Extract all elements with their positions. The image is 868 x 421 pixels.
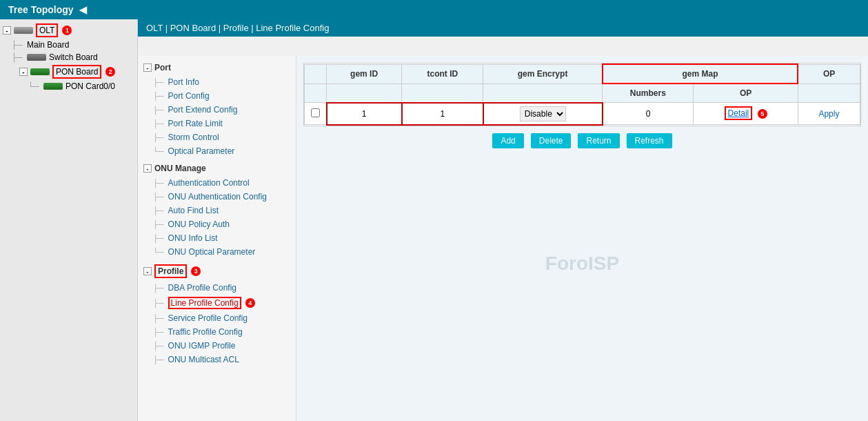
op-right-header [798, 84, 860, 103]
sidebar-item-pon-card[interactable]: └─ PON Card0/0 [0, 80, 137, 92]
apply-link[interactable]: Apply [818, 109, 839, 119]
menu-item-port-config[interactable]: ├─ Port Config [138, 89, 296, 103]
onu-multicast-label: ONU Multicast ACL [168, 355, 239, 364]
refresh-button[interactable]: Refresh [627, 133, 672, 148]
menu-item-optical-param[interactable]: └─ Optical Parameter [138, 144, 296, 158]
menu-section-onu-manage: - ONU Manage [138, 161, 296, 176]
detail-cell: Detail 5 [694, 103, 798, 125]
menu-item-traffic-profile[interactable]: ├─ Traffic Profile Config [138, 325, 296, 339]
switch-icon [27, 54, 46, 61]
profile-section-label: Profile [154, 264, 187, 278]
sidebar-item-switch-board[interactable]: ├─ Switch Board [0, 51, 137, 63]
switch-board-label: Switch Board [49, 52, 98, 62]
tcont-sub [402, 84, 483, 103]
port-extend-label: Port Extend Config [168, 105, 238, 115]
menu-item-auto-find[interactable]: ├─ Auto Find List [138, 204, 296, 217]
numbers-cell: 0 [603, 103, 694, 125]
tcont-id-cell: 1 [402, 103, 483, 125]
menu-item-port-extend-config[interactable]: ├─ Port Extend Config [138, 103, 296, 117]
onu-info-list-label: ONU Info List [168, 233, 218, 243]
port-section-label: Port [154, 63, 171, 72]
gem-table: gem ID tcont ID gem Encrypt gem Map OP [304, 63, 860, 126]
menu-item-storm-control[interactable]: ├─ Storm Control [138, 130, 296, 144]
collapse-olt[interactable]: - [3, 26, 11, 35]
add-button[interactable]: Add [492, 133, 523, 148]
port-rate-label: Port Rate Limit [168, 119, 223, 128]
gem-encrypt-header: gem Encrypt [483, 64, 603, 84]
optical-param-label: Optical Parameter [168, 146, 235, 156]
detail-badge: 5 [758, 109, 767, 119]
gem-id-sub [327, 84, 402, 103]
row-checkbox-cell [305, 103, 327, 125]
menu-item-line-profile[interactable]: ├─ Line Profile Config 4 [138, 295, 296, 311]
line-profile-label: Line Profile Config [168, 297, 241, 309]
auth-control-label: Authentication Control [168, 178, 250, 188]
delete-button[interactable]: Delete [531, 133, 572, 148]
menu-item-onu-auth-config[interactable]: ├─ ONU Authentication Config [138, 190, 296, 204]
op-main-header: OP [798, 64, 860, 84]
menu-item-onu-optical-param[interactable]: └─ ONU Optical Parameter [138, 245, 296, 259]
app-title: Tree Topology [8, 4, 74, 15]
menu-item-auth-control[interactable]: ├─ Authentication Control [138, 176, 296, 190]
main-board-label: Main Board [27, 40, 69, 50]
sidebar-item-olt[interactable]: - OLT 1 [0, 22, 137, 39]
action-buttons: Add Delete Return Refresh [303, 126, 861, 155]
menu-item-dba-profile[interactable]: ├─ DBA Profile Config [138, 281, 296, 295]
menu-item-onu-info-list[interactable]: ├─ ONU Info List [138, 231, 296, 245]
op-sub-header: OP [694, 84, 798, 103]
menu-item-service-profile[interactable]: ├─ Service Profile Config [138, 311, 296, 325]
gem-id-header: gem ID [327, 64, 402, 84]
encrypt-cell: Disable Enable [483, 103, 603, 125]
menu-section-port: - Port [138, 60, 296, 75]
gem-map-header: gem Map [603, 64, 798, 84]
menu-item-onu-multicast[interactable]: ├─ ONU Multicast ACL [138, 353, 296, 366]
card-icon [43, 83, 63, 90]
collapse-onu-manage[interactable]: - [143, 164, 152, 173]
olt-icon [14, 27, 33, 34]
row-checkbox[interactable] [311, 108, 320, 117]
olt-badge: 1 [62, 26, 72, 35]
line-profile-badge: 4 [245, 298, 255, 308]
port-info-label: Port Info [168, 77, 199, 87]
collapse-profile[interactable]: - [143, 267, 152, 275]
onu-policy-auth-label: ONU Policy Auth [168, 219, 230, 229]
checkbox-subheader [305, 84, 327, 103]
sidebar-item-main-board[interactable]: ├─ Main Board [0, 39, 137, 51]
pon-card-label: PON Card0/0 [65, 81, 115, 91]
pon-board-label: PON Board [52, 65, 101, 79]
menu-item-port-rate-limit[interactable]: ├─ Port Rate Limit [138, 117, 296, 130]
pon-badge: 2 [105, 67, 115, 77]
detail-link[interactable]: Detail [725, 106, 753, 120]
checkbox-header [305, 64, 327, 84]
encrypt-select[interactable]: Disable Enable [520, 106, 566, 121]
onu-igmp-label: ONU IGMP Profile [168, 341, 236, 351]
collapse-pon[interactable]: - [19, 68, 28, 76]
menu-item-onu-policy-auth[interactable]: ├─ ONU Policy Auth [138, 217, 296, 231]
breadcrumb: OLT | PON Board | Profile | Line Profile… [138, 19, 868, 37]
apply-cell: Apply [798, 103, 860, 125]
collapse-port[interactable]: - [143, 63, 152, 72]
storm-control-label: Storm Control [168, 133, 219, 142]
encrypt-sub [483, 84, 603, 103]
connector: ├─ [11, 40, 23, 50]
port-config-label: Port Config [168, 91, 210, 101]
tcont-id-header: tcont ID [402, 64, 483, 84]
collapse-arrow[interactable]: ◀ [79, 4, 87, 15]
menu-item-port-info[interactable]: ├─ Port Info [138, 75, 296, 89]
return-button[interactable]: Return [578, 133, 619, 148]
menu-panel: - Port ├─ Port Info ├─ Port Config ├─ Po… [138, 56, 296, 421]
numbers-header: Numbers [603, 84, 694, 103]
watermark: ForoISP [545, 253, 619, 275]
connector: ├─ [11, 52, 23, 62]
gem-id-value: 1 [362, 109, 367, 119]
olt-label: OLT [36, 23, 58, 37]
dba-profile-label: DBA Profile Config [168, 283, 236, 293]
header: Tree Topology ◀ [0, 0, 868, 19]
table-row: 1 1 Disable Enable [305, 103, 860, 125]
numbers-value: 0 [646, 109, 651, 119]
onu-manage-label: ONU Manage [154, 164, 206, 173]
sidebar-item-pon-board[interactable]: - PON Board 2 [0, 63, 137, 80]
menu-item-onu-igmp[interactable]: ├─ ONU IGMP Profile [138, 339, 296, 353]
main-content: gem ID tcont ID gem Encrypt gem Map OP [296, 56, 868, 421]
sidebar: - OLT 1 ├─ Main Board ├─ Switch Board - … [0, 19, 138, 421]
